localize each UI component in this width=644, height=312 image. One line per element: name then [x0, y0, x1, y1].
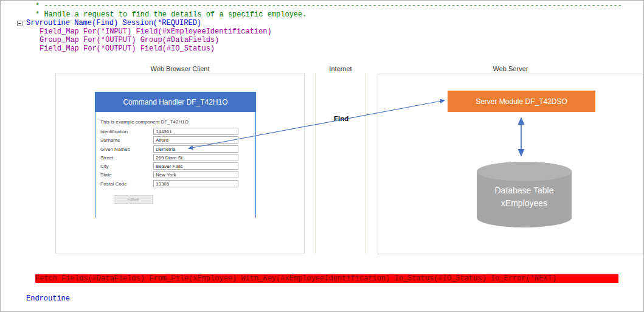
- form-row: Postal Code 13305: [100, 180, 252, 187]
- database-table-label-line1: Database Table: [476, 184, 572, 197]
- web-server-label: Web Server: [378, 65, 643, 72]
- code-comment-divider[interactable]: * --------------------------------------…: [35, 2, 622, 10]
- form-input-postal-code: 13305: [153, 180, 238, 187]
- form-row: Identification 144361: [100, 128, 252, 135]
- form-input-given-names: Demetria: [153, 145, 238, 153]
- form-input-surname: Alford: [153, 136, 238, 144]
- form-label-street: Street: [100, 155, 113, 161]
- form-row: Street 269 Diam St.: [100, 154, 252, 161]
- form-row: State New York: [100, 171, 252, 178]
- form-label-surname: Surname: [100, 137, 120, 143]
- form-label-postal-code: Postal Code: [100, 181, 127, 187]
- find-label: Find: [334, 115, 348, 122]
- database-table-label-line2: xEmployees: [476, 197, 572, 210]
- internet-right-divider: [365, 74, 366, 254]
- form-label-city: City: [100, 164, 109, 169]
- form-label-state: State: [100, 172, 112, 178]
- form-label-identification: Identification: [100, 129, 128, 134]
- code-srvroutine[interactable]: Srvroutine Name(Find) Session(*REQUIRED): [26, 19, 201, 27]
- code-endroutine[interactable]: Endroutine: [26, 294, 70, 303]
- form-description: This is example component DF_T42H1O: [100, 119, 189, 125]
- code-field-map-output[interactable]: Field_Map For(*OUTPUT) Field(#IO_Status): [40, 44, 215, 53]
- server-module-box: Server Module DF_T42DSO: [448, 91, 595, 112]
- database-table-label: Database Table xEmployees: [476, 184, 572, 210]
- code-group-map-output[interactable]: Group_Map For(*OUTPUT) Group(#DataFields…: [40, 36, 219, 44]
- internet-label: Internet: [315, 65, 366, 72]
- code-fetch-breakpoint[interactable]: Fetch Fields(#DataFields) From_File(xEmp…: [35, 274, 618, 283]
- code-comment[interactable]: * Handle a request to find the details o…: [35, 10, 306, 19]
- web-browser-client-label: Web Browser Client: [55, 65, 305, 72]
- form-input-street: 269 Diam St.: [153, 154, 238, 161]
- code-field-map-input[interactable]: Field_Map For(*INPUT) Field(#xEmployeeId…: [40, 27, 272, 36]
- form-input-identification: 144361: [153, 128, 238, 135]
- form-label-given-names: Given Names: [100, 147, 130, 152]
- form-row: Surname Alford: [100, 136, 252, 144]
- form-row: Given Names Demetria: [100, 145, 252, 153]
- command-handler-form: Command Handler DF_T42H1O This is exampl…: [95, 92, 256, 218]
- form-input-city: Beaver Falls: [153, 162, 238, 170]
- form-input-state: New York: [153, 171, 238, 178]
- save-button: Save: [114, 195, 153, 204]
- command-handler-title: Command Handler DF_T42H1O: [95, 92, 255, 112]
- lansa-editor-view: * --------------------------------------…: [0, 0, 644, 312]
- collapse-minus-icon[interactable]: [17, 21, 23, 26]
- command-handler-body: This is example component DF_T42H1O Iden…: [95, 112, 255, 218]
- internet-left-divider: [315, 74, 316, 254]
- form-row: City Beaver Falls: [100, 162, 252, 170]
